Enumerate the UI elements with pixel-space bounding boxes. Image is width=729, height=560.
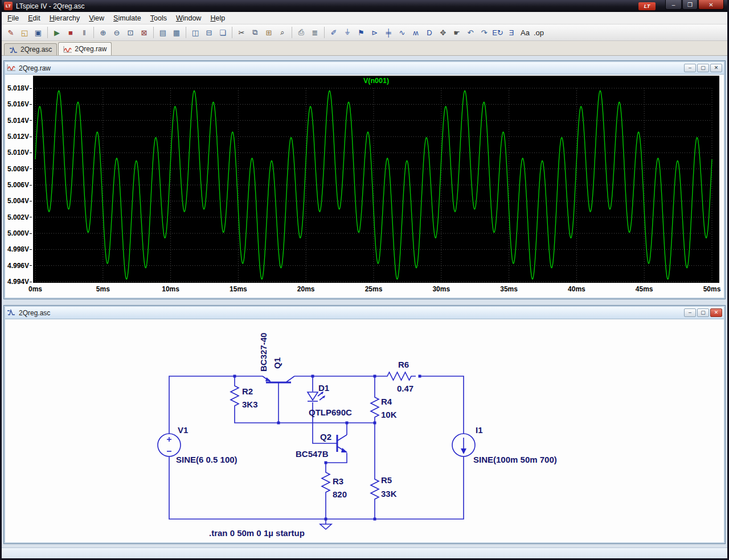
resistor-r6[interactable]	[383, 372, 416, 380]
r4-value-label[interactable]: 10K	[381, 410, 397, 419]
q2-name-label[interactable]: Q2	[320, 432, 331, 442]
q2-value-label[interactable]: BC547B	[296, 449, 329, 459]
resistor-r5[interactable]	[371, 477, 379, 501]
r5-name-label[interactable]: R5	[381, 475, 392, 485]
r6-name-label[interactable]: R6	[398, 360, 409, 369]
net-label-icon[interactable]: ⚑	[355, 26, 367, 39]
transistor-q2[interactable]	[337, 435, 347, 452]
grid-icon[interactable]: ▦	[170, 26, 183, 39]
d1-value-label[interactable]: QTLP690C	[309, 407, 352, 417]
paste-icon[interactable]: ⊞	[263, 26, 275, 39]
new-schematic-icon[interactable]: ✎	[5, 26, 17, 39]
wave-minimize-button[interactable]: –	[684, 64, 696, 72]
document-tab-bar: 2Qreg.asc 2Qreg.raw	[2, 41, 727, 56]
component-icon[interactable]: D	[423, 26, 436, 39]
wave-close-button[interactable]: ✕	[710, 64, 722, 72]
tab-2qreg-asc[interactable]: 2Qreg.asc	[4, 43, 57, 55]
waveform-trace[interactable]	[35, 90, 712, 279]
r3-name-label[interactable]: R3	[333, 476, 343, 486]
pause-icon[interactable]: ‖	[78, 26, 91, 39]
main-titlebar[interactable]: LT LTspice IV - 2Qreg.asc LT – ❐ ✕	[2, 0, 727, 12]
capacitor-icon[interactable]: ╪	[382, 26, 395, 39]
wire-icon[interactable]: ✐	[327, 26, 340, 39]
waveform-window[interactable]: 2Qreg.raw – ▢ ✕ 5.018V5.016V5.014V5.012V…	[4, 61, 725, 299]
tab-2qreg-raw[interactable]: 2Qreg.raw	[58, 42, 112, 55]
autorange-y-icon[interactable]: ▤	[157, 26, 169, 39]
toolbar-separator	[93, 27, 94, 38]
diode-icon[interactable]: ⊳	[368, 26, 381, 39]
text-icon[interactable]: Aa	[519, 26, 531, 39]
spice-directive-icon[interactable]: .op	[533, 26, 545, 39]
menu-file[interactable]: File	[3, 13, 23, 23]
cut-icon[interactable]: ✂	[235, 26, 248, 39]
halt-icon[interactable]: ■	[64, 26, 77, 39]
zoom-in-icon[interactable]: ⊕	[97, 26, 109, 39]
v1-name-label[interactable]: V1	[178, 425, 188, 435]
ground-symbol[interactable]	[320, 524, 331, 529]
d1-name-label[interactable]: D1	[318, 383, 329, 393]
tile-vertical-icon[interactable]: ◫	[189, 26, 202, 39]
cascade-windows-icon[interactable]: ❏	[216, 26, 229, 39]
tile-horizontal-icon[interactable]: ⊟	[203, 26, 215, 39]
led-d1[interactable]	[308, 392, 325, 401]
r6-value-label[interactable]: 0.47	[397, 384, 413, 393]
resistor-r3[interactable]	[322, 470, 330, 495]
print-icon[interactable]: ⎙	[295, 26, 308, 39]
r2-name-label[interactable]: R2	[242, 386, 253, 396]
zoom-area-icon[interactable]: ⊡	[124, 26, 137, 39]
ground-icon[interactable]: ⏚	[341, 26, 354, 39]
r4-name-label[interactable]: R4	[381, 397, 392, 406]
rotate-icon[interactable]: E↻	[492, 26, 504, 39]
schematic-window[interactable]: 2Qreg.asc – ▢ ✕	[4, 306, 725, 543]
inductor-icon[interactable]: ∿	[396, 26, 408, 39]
q1-value-label[interactable]: BC327-40	[259, 333, 268, 372]
transistor-q1[interactable]	[263, 376, 294, 382]
mirror-icon[interactable]: Ǝ	[505, 26, 518, 39]
trace-name-label[interactable]: V(n001)	[33, 77, 719, 85]
menu-simulate[interactable]: Simulate	[109, 13, 146, 23]
run-icon[interactable]: ▶	[51, 26, 63, 39]
wave-maximize-button[interactable]: ▢	[697, 64, 709, 72]
schematic-canvas[interactable]: V1 SINE(6 0.5 100) I1 SINE(100m 50m 700)…	[5, 319, 724, 542]
close-button[interactable]: ✕	[698, 0, 724, 10]
r5-value-label[interactable]: 33K	[381, 489, 397, 499]
sch-close-button[interactable]: ✕	[710, 308, 722, 317]
menu-help[interactable]: Help	[206, 13, 230, 23]
q1-name-label[interactable]: Q1	[272, 357, 282, 369]
restore-button[interactable]: ❐	[682, 0, 698, 10]
menu-view[interactable]: View	[84, 13, 109, 23]
sch-maximize-button[interactable]: ▢	[697, 308, 709, 317]
waveform-window-titlebar[interactable]: 2Qreg.raw – ▢ ✕	[5, 62, 724, 75]
move-icon[interactable]: ✥	[437, 26, 449, 39]
minimize-button[interactable]: –	[665, 0, 682, 10]
v1-value-label[interactable]: SINE(6 0.5 100)	[176, 455, 237, 464]
menu-tools[interactable]: Tools	[146, 13, 171, 23]
undo-icon[interactable]: ↶	[464, 26, 477, 39]
r3-value-label[interactable]: 820	[333, 489, 347, 499]
sch-minimize-button[interactable]: –	[684, 308, 696, 317]
drag-icon[interactable]: ☛	[450, 26, 463, 39]
menu-window[interactable]: Window	[171, 13, 206, 23]
voltage-source-v1[interactable]	[158, 434, 181, 456]
print-preview-icon[interactable]: ≣	[309, 26, 321, 39]
menu-edit[interactable]: Edit	[23, 13, 45, 23]
save-icon[interactable]: ▣	[32, 26, 44, 39]
current-source-i1[interactable]	[452, 434, 475, 456]
zoom-out-icon[interactable]: ⊖	[110, 26, 123, 39]
zoom-extents-icon[interactable]: ⊠	[138, 26, 150, 39]
resistor-r4[interactable]	[371, 395, 379, 419]
i1-name-label[interactable]: I1	[476, 425, 483, 435]
waveform-plot-canvas[interactable]	[33, 76, 719, 283]
find-icon[interactable]: ⌕	[276, 26, 289, 39]
menu-hierarchy[interactable]: Hierarchy	[45, 13, 85, 23]
copy-icon[interactable]: ⧉	[249, 26, 261, 39]
waveform-plot-area[interactable]: V(n001)	[33, 76, 719, 283]
tran-directive-label[interactable]: .tran 0 50m 0 1µ startup	[209, 528, 305, 538]
redo-icon[interactable]: ↷	[478, 26, 490, 39]
resistor-icon[interactable]: ʍ	[409, 26, 422, 39]
resistor-r2[interactable]	[231, 384, 239, 408]
open-file-icon[interactable]: ◱	[18, 26, 31, 39]
i1-value-label[interactable]: SINE(100m 50m 700)	[473, 455, 557, 464]
r2-value-label[interactable]: 3K3	[242, 400, 258, 409]
schematic-window-titlebar[interactable]: 2Qreg.asc – ▢ ✕	[5, 307, 724, 319]
